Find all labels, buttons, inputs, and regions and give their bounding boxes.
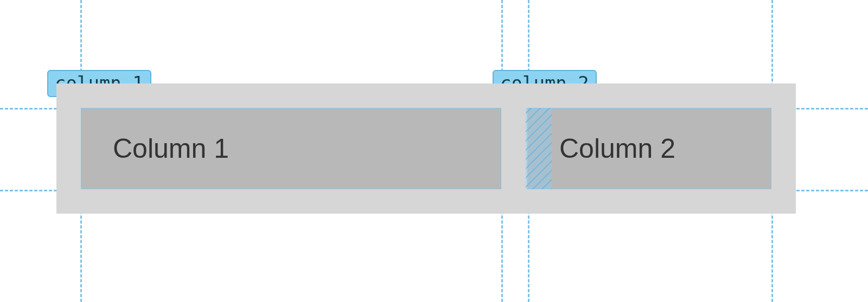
grid-container: Column 1 Column 2 — [56, 83, 796, 214]
column-1: Column 1 — [81, 108, 501, 189]
column-1-text: Column 1 — [113, 133, 229, 164]
grid-row: Column 1 Column 2 — [81, 108, 771, 189]
column-2: Column 2 — [527, 108, 771, 189]
column-2-text: Column 2 — [559, 133, 675, 164]
column-gap-overlay — [526, 108, 552, 189]
